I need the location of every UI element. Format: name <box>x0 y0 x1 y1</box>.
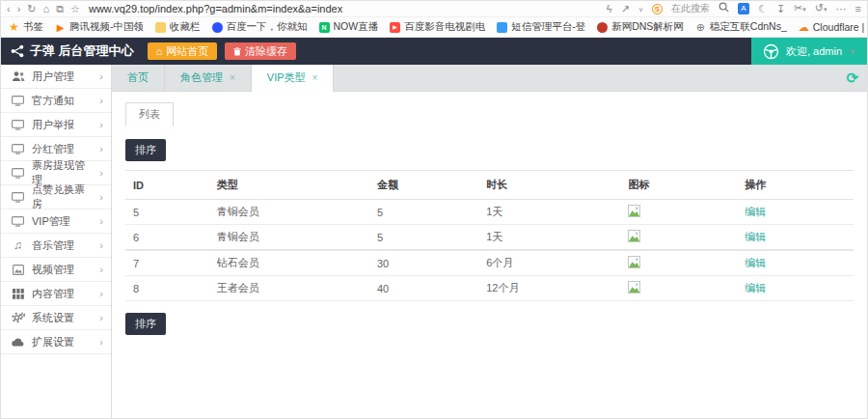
app-title: 子弹 后台管理中心 <box>30 42 134 60</box>
chevron-right-icon: › <box>99 336 103 348</box>
chevron-right-icon: › <box>99 143 103 154</box>
chevron-right-icon: › <box>99 264 103 275</box>
tab-home[interactable]: 首页 <box>112 65 165 91</box>
sidebar-item-user-mgmt[interactable]: 用户管理› <box>1 65 111 89</box>
sort-button-top[interactable]: 排序 <box>125 139 166 161</box>
table-row: 6 青铜会员 5 1天 编辑 <box>125 225 854 251</box>
col-type: 类型 <box>209 171 369 200</box>
table-header-row: ID 类型 金额 时长 图标 操作 <box>125 171 854 200</box>
sidebar-item-video-mgmt[interactable]: 视频管理› <box>1 258 111 282</box>
address-bar-actions: ϟ ↗ ∨ S 在此搜索 A ☾ ↧ ✂▾ ↺▾ ⋯ ≡ <box>607 0 861 17</box>
col-icon: 图标 <box>620 171 737 200</box>
undo-icon[interactable]: ↺▾ <box>815 0 827 17</box>
refresh-icon[interactable]: ⟳ <box>846 65 858 92</box>
bookmark-item[interactable]: 短信管理平台-登 <box>494 20 588 34</box>
sms-icon <box>497 22 507 33</box>
browser-address-bar: ‹ › ↻ ⌂ ⧉ ☆ www.vq29.top/index.php?g=adm… <box>1 1 867 17</box>
chevron-right-icon: › <box>99 288 103 299</box>
steering-wheel-icon <box>763 43 779 60</box>
table-row: 5 青铜会员 5 1天 编辑 <box>125 200 854 225</box>
translate-icon[interactable]: A <box>738 3 749 14</box>
user-menu[interactable]: 欢迎, admin ▼ <box>751 38 867 65</box>
clear-cache-button[interactable]: 清除缓存 <box>225 42 296 60</box>
vip-type-table: ID 类型 金额 时长 图标 操作 5 青铜会员 5 <box>125 170 854 301</box>
tab-vip-type[interactable]: VIP类型× <box>252 65 335 92</box>
share-icon[interactable]: ↗ <box>621 1 630 17</box>
browser-window: ‹ › ↻ ⌂ ⧉ ☆ www.vq29.top/index.php?g=adm… <box>0 0 868 419</box>
baidu-icon <box>212 22 223 33</box>
home-icon[interactable]: ⌂ <box>43 1 50 17</box>
vip-type-panel: 列表 排序 ID 类型 金额 时长 图标 操作 <box>112 92 867 419</box>
list-subtab[interactable]: 列表 <box>125 102 174 126</box>
table-row: 8 王者会员 40 12个月 编辑 <box>125 276 854 301</box>
bookmark-item[interactable]: 百度一下，你就知 <box>209 20 311 34</box>
back-icon[interactable]: ‹ <box>7 1 11 17</box>
sort-button-bottom[interactable]: 排序 <box>125 313 166 335</box>
night-mode-icon[interactable]: ☾ <box>758 1 768 17</box>
broken-image-icon <box>628 281 640 295</box>
reading-mode-icon[interactable]: ⧉ <box>56 1 64 17</box>
screenshot-icon[interactable]: ✂▾ <box>794 0 806 17</box>
chevron-right-icon: › <box>99 191 103 203</box>
baidu-video-icon: ▶ <box>390 22 400 33</box>
sidebar-item-music-mgmt[interactable]: ♫ 音乐管理› <box>1 234 111 258</box>
grid-icon <box>11 289 25 299</box>
more-icon[interactable]: ⋯ <box>836 1 847 17</box>
monitor-icon <box>11 144 25 154</box>
sidebar-item-content-mgmt[interactable]: 内容管理› <box>1 282 111 306</box>
favorite-star-icon[interactable]: ☆ <box>70 1 80 17</box>
bookmark-item[interactable]: 新网DNS解析网 <box>594 20 687 34</box>
lightning-icon[interactable]: ϟ <box>607 1 612 17</box>
bookmark-item[interactable]: NNOW直播 <box>316 20 382 34</box>
search-icon[interactable] <box>719 1 729 17</box>
forward-icon[interactable]: › <box>17 1 21 17</box>
url-text[interactable]: www.vq29.top/index.php?g=admin&m=index&a… <box>89 3 342 14</box>
monitor-icon <box>11 216 25 227</box>
bookmark-item[interactable]: ▶百度影音电视剧电 <box>387 20 488 34</box>
search-engine-icon[interactable]: S <box>652 4 663 14</box>
bookmark-item[interactable]: 收藏栏 <box>152 20 203 34</box>
search-here-text[interactable]: 在此搜索 <box>671 2 710 15</box>
download-icon[interactable]: ↧ <box>776 1 785 17</box>
bookmark-item[interactable]: ▶腾讯视频-中国领 <box>52 20 147 34</box>
sidebar-item-extension-settings[interactable]: 扩展设置› <box>1 330 111 354</box>
monitor-icon <box>11 192 25 203</box>
sidebar-item-likes-exchange[interactable]: 点赞兑换票房› <box>1 185 111 210</box>
music-icon: ♫ <box>11 238 25 252</box>
chevron-down-icon[interactable]: ∨ <box>638 1 643 17</box>
sidebar-item-user-report[interactable]: 用户举报› <box>1 113 111 137</box>
caret-down-icon: ▼ <box>849 48 855 55</box>
chevron-right-icon: › <box>99 215 103 227</box>
table-row: 7 钻石会员 30 6个月 编辑 <box>125 250 854 276</box>
close-icon[interactable]: × <box>312 72 318 83</box>
image-icon <box>11 265 25 275</box>
sidebar-item-vip-mgmt[interactable]: VIP管理› <box>1 210 111 234</box>
sidebar-item-official-notice[interactable]: 官方通知› <box>1 89 111 113</box>
menu-icon[interactable]: ≡ <box>855 1 861 17</box>
edit-link[interactable]: 编辑 <box>745 282 766 293</box>
cloud-icon <box>11 338 25 347</box>
app-logo: 子弹 后台管理中心 <box>11 42 134 60</box>
edit-link[interactable]: 编辑 <box>745 231 766 242</box>
edit-link[interactable]: 编辑 <box>745 257 766 268</box>
globe-icon: ⊕ <box>695 22 706 33</box>
bookmark-item[interactable]: ⊕稳定互联CdnNs_ <box>692 20 790 34</box>
trash-icon <box>233 47 241 56</box>
tab-role-mgmt[interactable]: 角色管理× <box>165 65 252 91</box>
col-duration: 时长 <box>478 171 620 200</box>
gear-icon <box>11 312 25 323</box>
edit-link[interactable]: 编辑 <box>745 206 766 217</box>
now-live-icon: N <box>319 22 330 33</box>
close-icon[interactable]: × <box>230 72 235 83</box>
sidebar-item-system-settings[interactable]: 系统设置› <box>1 306 111 330</box>
tencent-video-icon: ▶ <box>55 22 66 33</box>
bookmark-item[interactable]: ☁Cloudflare | Web <box>796 21 867 33</box>
reload-icon[interactable]: ↻ <box>27 1 36 17</box>
chevron-right-icon: › <box>99 95 103 106</box>
site-home-button[interactable]: ⌂ 网站首页 <box>148 42 218 60</box>
admin-header: 子弹 后台管理中心 ⌂ 网站首页 清除缓存 欢迎, admin ▼ <box>1 38 867 65</box>
folder-icon <box>155 22 166 33</box>
users-icon <box>11 70 25 82</box>
chevron-right-icon: › <box>99 167 103 179</box>
bookmark-item[interactable]: ★书签 <box>6 20 46 34</box>
